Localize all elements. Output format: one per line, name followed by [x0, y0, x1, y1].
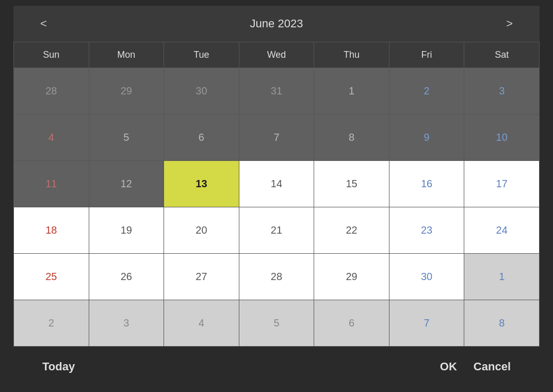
ok-button[interactable]: OK — [432, 356, 465, 378]
calendar-day[interactable]: 5 — [239, 300, 314, 346]
calendar-day[interactable]: 30 — [164, 68, 239, 114]
calendar-day[interactable]: 6 — [164, 114, 239, 160]
calendar-day[interactable]: 14 — [239, 160, 314, 207]
calendar-container: < June 2023 > Sun Mon Tue Wed Thu Fri Sa… — [13, 6, 540, 387]
dow-tue: Tue — [164, 42, 239, 68]
calendar-day[interactable]: 27 — [164, 253, 239, 300]
calendar-week-row: 2345678 — [14, 300, 540, 346]
calendar-day[interactable]: 5 — [89, 114, 164, 160]
calendar-day[interactable]: 10 — [464, 114, 540, 160]
today-button[interactable]: Today — [34, 356, 83, 378]
calendar-day[interactable]: 1 — [464, 253, 540, 300]
calendar-week-row: 45678910 — [14, 114, 540, 160]
calendar-day[interactable]: 4 — [164, 300, 239, 346]
calendar-day[interactable]: 11 — [14, 160, 89, 207]
calendar-week-row: 11121314151617 — [14, 160, 540, 207]
calendar-day[interactable]: 1 — [314, 68, 389, 114]
calendar-table: Sun Mon Tue Wed Thu Fri Sat 282930311234… — [13, 42, 540, 347]
prev-month-button[interactable]: < — [34, 15, 53, 32]
calendar-day[interactable]: 29 — [89, 68, 164, 114]
calendar-body: 2829303112345678910111213141516171819202… — [14, 68, 540, 346]
dow-sun: Sun — [14, 42, 89, 68]
calendar-day[interactable]: 24 — [464, 207, 540, 253]
calendar-day[interactable]: 7 — [239, 114, 314, 160]
calendar-day[interactable]: 2 — [14, 300, 89, 346]
calendar-day[interactable]: 3 — [464, 68, 540, 114]
calendar-day[interactable]: 29 — [314, 253, 389, 300]
calendar-day[interactable]: 18 — [14, 207, 89, 253]
calendar-day[interactable]: 19 — [89, 207, 164, 253]
dow-wed: Wed — [239, 42, 314, 68]
calendar-day[interactable]: 2 — [389, 68, 464, 114]
calendar-day[interactable]: 28 — [239, 253, 314, 300]
calendar-day[interactable]: 12 — [89, 160, 164, 207]
calendar-day[interactable]: 16 — [389, 160, 464, 207]
calendar-day[interactable]: 23 — [389, 207, 464, 253]
calendar-day[interactable]: 6 — [314, 300, 389, 346]
calendar-day[interactable]: 22 — [314, 207, 389, 253]
calendar-day[interactable]: 26 — [89, 253, 164, 300]
calendar-day[interactable]: 4 — [14, 114, 89, 160]
days-of-week-row: Sun Mon Tue Wed Thu Fri Sat — [14, 42, 540, 68]
calendar-week-row: 18192021222324 — [14, 207, 540, 253]
calendar-day[interactable]: 31 — [239, 68, 314, 114]
dow-sat: Sat — [464, 42, 540, 68]
dow-fri: Fri — [389, 42, 464, 68]
calendar-day[interactable]: 28 — [14, 68, 89, 114]
calendar-day[interactable]: 13 — [164, 160, 239, 207]
calendar-day[interactable]: 20 — [164, 207, 239, 253]
dow-thu: Thu — [314, 42, 389, 68]
calendar-day[interactable]: 30 — [389, 253, 464, 300]
calendar-day[interactable]: 25 — [14, 253, 89, 300]
month-year-title: June 2023 — [250, 17, 303, 30]
calendar-week-row: 2526272829301 — [14, 253, 540, 300]
cancel-button[interactable]: Cancel — [465, 356, 519, 378]
next-month-button[interactable]: > — [500, 15, 519, 32]
calendar-day[interactable]: 17 — [464, 160, 540, 207]
calendar-footer: Today OK Cancel — [13, 347, 540, 387]
calendar-day[interactable]: 15 — [314, 160, 389, 207]
calendar-day[interactable]: 8 — [314, 114, 389, 160]
calendar-day[interactable]: 7 — [389, 300, 464, 346]
calendar-day[interactable]: 8 — [464, 300, 540, 346]
calendar-week-row: 28293031123 — [14, 68, 540, 114]
dow-mon: Mon — [89, 42, 164, 68]
calendar-header: < June 2023 > — [13, 6, 540, 42]
calendar-day[interactable]: 9 — [389, 114, 464, 160]
calendar-day[interactable]: 3 — [89, 300, 164, 346]
calendar-day[interactable]: 21 — [239, 207, 314, 253]
